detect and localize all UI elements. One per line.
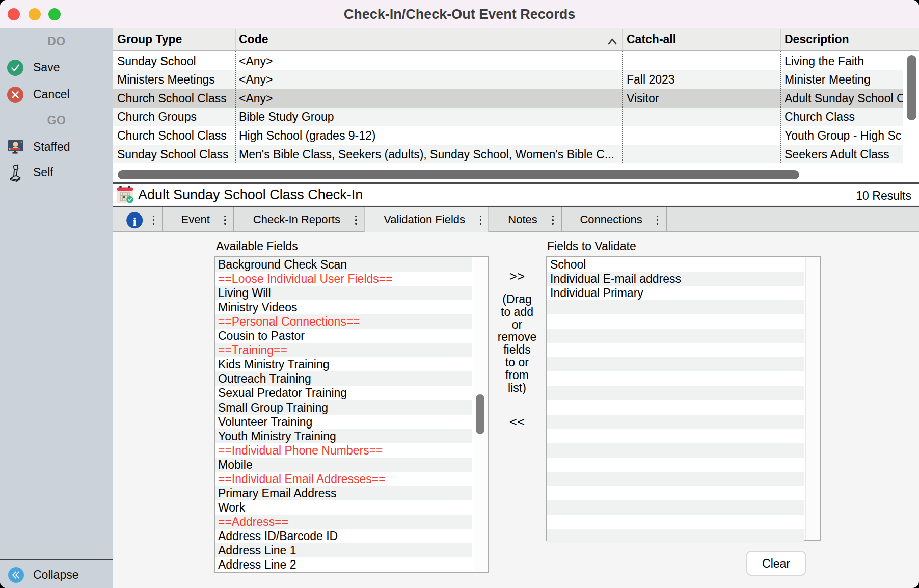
- svg-text:i: i: [133, 215, 137, 228]
